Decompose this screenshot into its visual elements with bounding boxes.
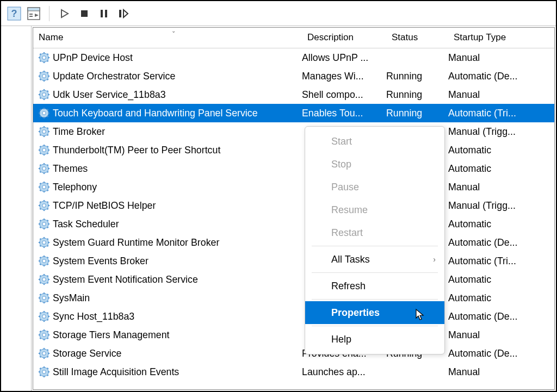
service-name-label: Still Image Acquisition Events xyxy=(53,366,179,378)
menu-properties[interactable]: Properties xyxy=(305,301,444,324)
svg-rect-23 xyxy=(44,80,45,82)
header-status[interactable]: Status xyxy=(386,28,448,48)
menu-start: Start xyxy=(305,130,444,153)
service-startup-cell: Manual xyxy=(448,179,554,195)
svg-rect-124 xyxy=(39,260,40,262)
menu-pause: Pause xyxy=(305,176,444,198)
header-description[interactable]: Description xyxy=(302,28,386,48)
header-name[interactable]: Name xyxy=(33,28,302,48)
svg-rect-125 xyxy=(48,260,49,262)
svg-rect-25 xyxy=(48,76,49,77)
service-name-label: Storage Tiers Management xyxy=(53,329,169,341)
gear-icon xyxy=(38,328,51,341)
svg-rect-43 xyxy=(44,117,45,119)
service-row[interactable]: Udk User Service_11b8a3Shell compo...Run… xyxy=(33,85,554,104)
svg-rect-55 xyxy=(48,131,49,132)
svg-rect-145 xyxy=(48,297,49,298)
service-row[interactable]: System Events BrokerAutomatic (Tri... xyxy=(33,252,554,270)
svg-rect-22 xyxy=(44,71,45,72)
menu-stop: Stop xyxy=(305,153,444,176)
service-row[interactable]: Sync Host_11b8a3Automatic (De... xyxy=(33,307,554,326)
service-row[interactable]: Time BrokerManual (Trigg... xyxy=(33,122,554,141)
service-name-cell: Storage Service xyxy=(33,345,302,362)
service-startup-cell: Manual (Trigg... xyxy=(448,198,554,214)
svg-rect-54 xyxy=(39,131,40,132)
service-row[interactable]: Update Orchestrator ServiceManages Wi...… xyxy=(33,67,554,85)
service-row[interactable]: Thunderbolt(TM) Peer to Peer ShortcutAut… xyxy=(33,141,554,159)
start-button[interactable] xyxy=(56,5,73,22)
stop-button[interactable] xyxy=(76,5,93,22)
service-name-label: SysMain xyxy=(53,293,90,304)
context-menu: Start Stop Pause Resume Restart All Task… xyxy=(305,126,445,354)
services-panel: ⌄ Name Description Status Startup Type U… xyxy=(33,27,555,390)
service-row[interactable]: UPnP Device HostAllows UPnP ...Manual xyxy=(33,48,554,67)
service-startup-cell: Automatic xyxy=(448,161,554,177)
service-row[interactable]: Storage Tiers ManagementManual xyxy=(33,326,554,344)
pause-button[interactable] xyxy=(95,5,113,22)
svg-rect-144 xyxy=(39,297,40,298)
menu-all-tasks[interactable]: All Tasks › xyxy=(305,248,444,271)
service-row[interactable]: TelephonyManual xyxy=(33,178,554,196)
svg-point-121 xyxy=(42,259,46,263)
help-button[interactable]: ? xyxy=(5,5,23,22)
svg-point-111 xyxy=(42,241,46,244)
svg-rect-154 xyxy=(39,316,40,317)
service-startup-cell: Automatic (De... xyxy=(448,309,554,325)
header-startup[interactable]: Startup Type xyxy=(448,28,554,48)
svg-rect-84 xyxy=(39,186,40,188)
svg-rect-133 xyxy=(44,283,45,285)
toolbar: ? xyxy=(1,1,556,26)
svg-rect-72 xyxy=(44,163,45,165)
service-row[interactable]: System Guard Runtime Monitor BrokerAutom… xyxy=(33,233,554,252)
service-row[interactable]: System Event Notification ServiceAutomat… xyxy=(33,270,554,289)
svg-rect-105 xyxy=(48,223,49,225)
svg-rect-4 xyxy=(29,14,33,15)
left-panel xyxy=(1,26,32,391)
service-row[interactable]: Storage ServiceProvides ena...RunningAut… xyxy=(33,344,554,363)
service-row[interactable]: Still Image Acquisition EventsLaunches a… xyxy=(33,363,554,381)
svg-point-151 xyxy=(42,315,46,318)
gear-icon xyxy=(38,162,51,175)
svg-rect-9 xyxy=(119,10,121,17)
menu-all-tasks-label: All Tasks xyxy=(331,254,370,265)
service-name-label: Storage Service xyxy=(53,348,122,359)
svg-rect-14 xyxy=(39,57,40,58)
service-name-label: System Guard Runtime Monitor Broker xyxy=(53,237,219,248)
service-row[interactable]: Task SchedulerAutomatic xyxy=(33,215,554,233)
svg-point-71 xyxy=(42,167,46,170)
service-name-cell: Time Broker xyxy=(33,123,302,140)
menu-help[interactable]: Help xyxy=(305,328,444,351)
gear-icon xyxy=(38,125,51,138)
service-startup-cell: Automatic (Tri... xyxy=(448,105,554,121)
menu-refresh[interactable]: Refresh xyxy=(305,275,444,297)
service-row[interactable]: SysMainAutomatic xyxy=(33,289,554,307)
service-row[interactable]: ThemesAutomatic xyxy=(33,159,554,178)
svg-text:?: ? xyxy=(11,8,17,19)
svg-rect-132 xyxy=(44,274,45,276)
service-startup-cell: Automatic xyxy=(448,272,554,288)
svg-rect-135 xyxy=(48,279,49,280)
services-list[interactable]: UPnP Device HostAllows UPnP ...ManualUpd… xyxy=(33,48,554,389)
service-name-label: Udk User Service_11b8a3 xyxy=(53,89,166,101)
svg-rect-65 xyxy=(48,150,49,151)
gear-icon xyxy=(38,365,51,378)
svg-rect-8 xyxy=(105,10,107,17)
restart-button[interactable] xyxy=(115,5,132,22)
gear-icon xyxy=(38,217,51,231)
svg-rect-103 xyxy=(44,228,45,229)
service-row[interactable]: TCP/IP NetBIOS HelperManual (Trigg... xyxy=(33,196,554,215)
service-name-cell: System Event Notification Service xyxy=(33,271,302,288)
service-name-label: Time Broker xyxy=(53,126,105,138)
view-button[interactable] xyxy=(25,5,42,22)
service-name-label: Thunderbolt(TM) Peer to Peer Shortcut xyxy=(53,145,220,156)
service-startup-cell: Automatic xyxy=(448,216,554,232)
menu-separator xyxy=(312,299,438,300)
svg-rect-182 xyxy=(44,366,45,368)
service-status-cell xyxy=(386,370,448,374)
service-row[interactable]: Touch Keyboard and Handwriting Panel Ser… xyxy=(33,104,554,122)
svg-point-31 xyxy=(42,93,46,96)
service-status-cell: Running xyxy=(386,69,448,84)
service-startup-cell: Automatic (De... xyxy=(448,69,554,84)
service-name-cell: Themes xyxy=(33,160,302,177)
service-name-cell: Touch Keyboard and Handwriting Panel Ser… xyxy=(33,104,302,122)
